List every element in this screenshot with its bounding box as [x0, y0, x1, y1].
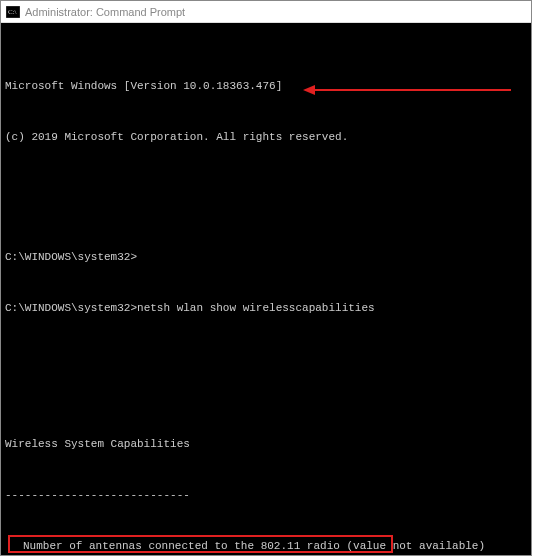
command-text: netsh wlan show wirelesscapabilities	[137, 302, 375, 314]
version-line: Microsoft Windows [Version 10.0.18363.47…	[5, 78, 529, 95]
terminal-output[interactable]: Microsoft Windows [Version 10.0.18363.47…	[1, 23, 531, 555]
section-divider: ----------------------------	[5, 487, 529, 504]
copyright-line: (c) 2019 Microsoft Corporation. All righ…	[5, 129, 529, 146]
command-prompt-window: C:\ Administrator: Command Prompt Micros…	[0, 0, 532, 556]
blank-line	[5, 368, 529, 385]
prompt-path: C:\WINDOWS\system32>	[5, 251, 137, 263]
titlebar[interactable]: C:\ Administrator: Command Prompt	[1, 1, 531, 23]
svg-text:C:\: C:\	[8, 8, 17, 16]
blank-line	[5, 180, 529, 197]
prompt-command: C:\WINDOWS\system32>netsh wlan show wire…	[5, 300, 529, 317]
window-title: Administrator: Command Prompt	[25, 6, 185, 18]
antenna-line: Number of antennas connected to the 802.…	[5, 538, 529, 555]
section-sys-caps-title: Wireless System Capabilities	[5, 436, 529, 453]
prompt-blank: C:\WINDOWS\system32>	[5, 249, 529, 266]
cmd-icon: C:\	[6, 6, 20, 18]
prompt-path: C:\WINDOWS\system32>	[5, 302, 137, 314]
